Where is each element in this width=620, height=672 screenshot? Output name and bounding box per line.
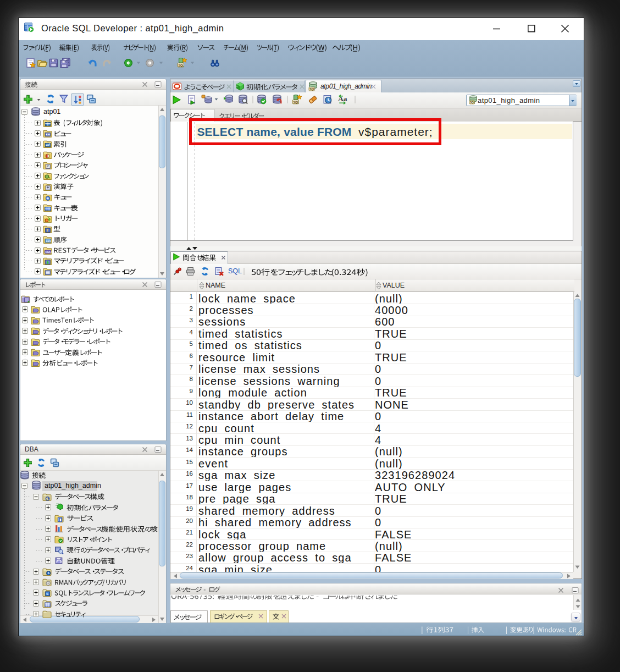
svg-text:S: S	[46, 593, 48, 596]
svg-text:REST: REST	[45, 250, 52, 253]
svg-text:SQL: SQL	[293, 101, 300, 104]
svg-text:SQL: SQL	[470, 101, 475, 104]
svg-text:123: 123	[46, 239, 51, 243]
svg-text:SQL: SQL	[309, 88, 315, 91]
svg-text:P: P	[46, 164, 48, 168]
svg-text:SQL: SQL	[178, 64, 185, 67]
svg-text:T: T	[46, 228, 48, 232]
